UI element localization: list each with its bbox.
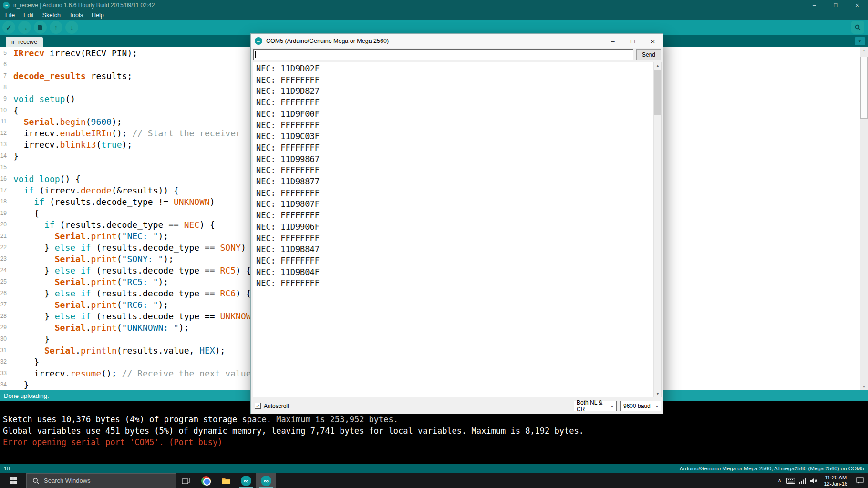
new-sketch-button[interactable]	[34, 21, 47, 34]
taskbar-search[interactable]: Search Windows	[26, 473, 176, 488]
line-ending-value: Both NL & CR	[577, 399, 608, 413]
volume-button[interactable]	[808, 473, 819, 488]
chevron-down-icon: ▼	[655, 405, 659, 408]
toolbar: ✓ → ↑ ↓	[0, 20, 868, 35]
menu-item-help[interactable]: Help	[87, 12, 108, 19]
tab-ir-receive[interactable]: ir_receive	[6, 37, 43, 47]
start-button[interactable]	[0, 473, 26, 488]
windows-logo-icon	[10, 477, 17, 484]
speaker-icon	[810, 478, 817, 484]
menu-item-edit[interactable]: Edit	[19, 12, 38, 19]
editor-scrollbar[interactable]: ▲ ▼	[860, 47, 868, 390]
save-button[interactable]: ↓	[65, 21, 78, 34]
status-message: Done uploading.	[4, 392, 49, 399]
line-number: 27	[0, 301, 10, 308]
menu-bar: FileEditSketchToolsHelp	[0, 10, 868, 20]
serial-output-line: NEC: 11D9807F	[256, 199, 661, 210]
taskbar-clock[interactable]: 11:20 AM 12-Jan-16	[819, 473, 852, 488]
line-number: 13	[0, 141, 10, 148]
line-number: 28	[0, 313, 10, 319]
action-center-icon	[856, 477, 864, 484]
folder-icon	[221, 477, 231, 485]
keyboard-icon	[786, 478, 795, 484]
send-button[interactable]: Send	[636, 49, 661, 60]
arrow-down-icon: ↓	[70, 23, 74, 31]
arrow-up-icon: ↑	[54, 23, 58, 31]
minimize-button[interactable]: –	[804, 0, 825, 10]
serial-output-line: NEC: FFFFFFFF	[256, 142, 661, 154]
line-number: 31	[0, 347, 10, 354]
close-button[interactable]: ×	[643, 34, 663, 48]
scroll-down-icon[interactable]: ▼	[654, 392, 661, 396]
arduino-app-icon: ∞	[3, 2, 10, 9]
search-icon	[32, 478, 39, 484]
serial-output-line: NEC: 11D9B04F	[256, 267, 661, 278]
action-center-button[interactable]	[852, 473, 868, 488]
line-number: 6	[0, 61, 10, 68]
serial-output-line: NEC: 11D9D827	[256, 86, 661, 97]
task-view-icon	[182, 477, 190, 485]
upload-button[interactable]: →	[18, 21, 31, 34]
autoscroll-label: Autoscroll	[264, 403, 289, 409]
scroll-up-icon[interactable]: ▲	[860, 49, 868, 52]
line-number: 23	[0, 255, 10, 262]
menu-item-tools[interactable]: Tools	[65, 12, 87, 19]
editor-scrollbar-thumb[interactable]	[860, 57, 868, 119]
tray-expand-button[interactable]: ∧	[774, 473, 785, 488]
arduino-taskbar-icon-2[interactable]: ∞	[256, 473, 276, 488]
taskbar: Search Windows ∞ ∞ ∧	[0, 473, 868, 488]
line-number: 24	[0, 267, 10, 274]
line-number: 21	[0, 233, 10, 239]
scroll-up-icon[interactable]: ▲	[654, 64, 661, 67]
network-button[interactable]	[796, 473, 808, 488]
maximize-button[interactable]: □	[623, 34, 643, 48]
serial-output-line: NEC: FFFFFFFF	[256, 210, 661, 222]
minimize-button[interactable]: –	[603, 34, 623, 48]
serial-output-line: NEC: 11D9C03F	[256, 131, 661, 142]
line-number: 19	[0, 210, 10, 216]
scroll-down-icon[interactable]: ▼	[860, 385, 868, 388]
line-number: 32	[0, 358, 10, 365]
menu-item-file[interactable]: File	[1, 12, 19, 19]
line-number: 16	[0, 175, 10, 182]
serial-output-line: NEC: FFFFFFFF	[256, 278, 661, 289]
clock-date: 12-Jan-16	[824, 481, 847, 487]
arduino-icon: ∞	[261, 476, 271, 486]
serial-output-scrollbar[interactable]: ▲ ▼	[653, 62, 661, 397]
baud-rate-select[interactable]: 9600 baud ▼	[620, 401, 661, 411]
close-button[interactable]: ×	[847, 0, 868, 10]
serial-scrollbar-thumb[interactable]	[654, 70, 661, 115]
magnifier-icon	[855, 24, 861, 31]
serial-monitor-title: COM5 (Arduino/Genuino Mega or Mega 2560)	[266, 38, 389, 44]
serial-monitor-button[interactable]	[851, 21, 864, 34]
check-icon: ✓	[6, 23, 12, 32]
task-view-button[interactable]	[176, 473, 196, 488]
chevron-down-icon: ▼	[858, 39, 862, 43]
serial-output-line: NEC: 11D99867	[256, 154, 661, 165]
current-line-indicator: 18	[4, 466, 10, 471]
network-icon	[798, 478, 806, 484]
line-number: 7	[0, 72, 10, 79]
touch-keyboard-button[interactable]	[785, 473, 796, 488]
verify-button[interactable]: ✓	[2, 21, 15, 34]
serial-output-line: NEC: FFFFFFFF	[256, 120, 661, 132]
line-number: 25	[0, 278, 10, 285]
chrome-taskbar-icon[interactable]	[196, 473, 216, 488]
window-title: ir_receive | Arduino 1.6.6 Hourly Build …	[13, 2, 155, 9]
serial-output-line: NEC: FFFFFFFF	[256, 233, 661, 244]
serial-input[interactable]	[253, 49, 633, 60]
search-placeholder: Search Windows	[44, 477, 91, 484]
line-number: 8	[0, 84, 10, 91]
arduino-taskbar-icon-1[interactable]: ∞	[236, 473, 256, 488]
serial-output: ▲ ▼ NEC: 11D9D02FNEC: FFFFFFFFNEC: 11D9D…	[253, 62, 662, 397]
open-button[interactable]: ↑	[50, 21, 62, 34]
file-explorer-taskbar-icon[interactable]	[216, 473, 236, 488]
serial-monitor-title-bar[interactable]: ∞ COM5 (Arduino/Genuino Mega or Mega 256…	[251, 34, 663, 48]
line-ending-select[interactable]: Both NL & CR ▼	[574, 401, 617, 411]
tab-menu-button[interactable]: ▼	[855, 37, 865, 45]
maximize-button[interactable]: □	[825, 0, 847, 10]
menu-item-sketch[interactable]: Sketch	[38, 12, 65, 19]
serial-output-line: NEC: FFFFFFFF	[256, 165, 661, 176]
autoscroll-checkbox[interactable]: ✓	[255, 403, 261, 409]
console-line: Error opening serial port 'COM5'. (Port …	[3, 437, 868, 448]
